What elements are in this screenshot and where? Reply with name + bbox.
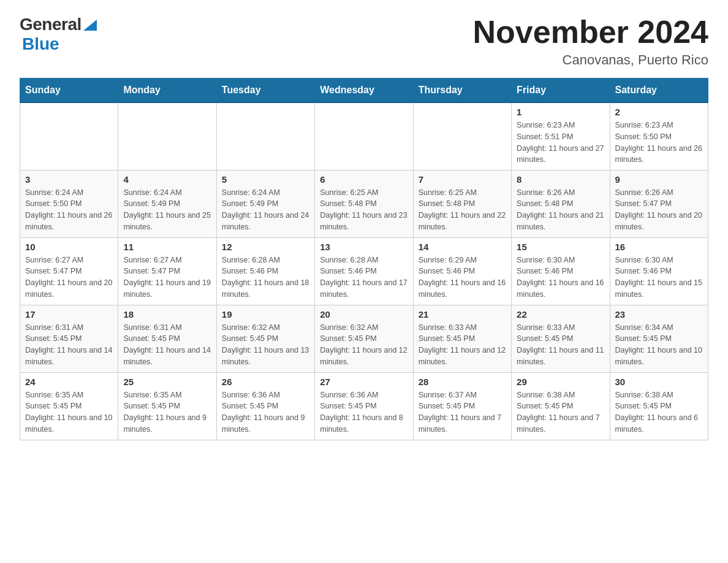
weekday-header-row: SundayMondayTuesdayWednesdayThursdayFrid… <box>20 79 708 103</box>
calendar-cell: 8Sunrise: 6:26 AMSunset: 5:48 PMDaylight… <box>512 170 610 237</box>
day-number: 20 <box>320 309 408 320</box>
day-number: 21 <box>419 309 506 320</box>
calendar-cell: 11Sunrise: 6:27 AMSunset: 5:47 PMDayligh… <box>118 237 216 305</box>
day-info: Sunrise: 6:23 AMSunset: 5:51 PMDaylight:… <box>517 120 604 166</box>
day-info: Sunrise: 6:30 AMSunset: 5:46 PMDaylight:… <box>615 255 703 301</box>
day-number: 13 <box>320 242 408 252</box>
calendar-cell: 27Sunrise: 6:36 AMSunset: 5:45 PMDayligh… <box>315 372 413 440</box>
calendar-cell <box>216 102 314 170</box>
calendar-cell <box>413 102 511 170</box>
title-area: November 2024 Canovanas, Puerto Rico <box>473 15 708 68</box>
day-info: Sunrise: 6:33 AMSunset: 5:45 PMDaylight:… <box>419 322 506 368</box>
calendar-week-row: 17Sunrise: 6:31 AMSunset: 5:45 PMDayligh… <box>20 305 708 372</box>
calendar-cell: 22Sunrise: 6:33 AMSunset: 5:45 PMDayligh… <box>512 305 610 372</box>
day-number: 26 <box>222 377 309 387</box>
calendar-cell <box>20 102 118 170</box>
calendar-cell: 26Sunrise: 6:36 AMSunset: 5:45 PMDayligh… <box>216 372 314 440</box>
day-info: Sunrise: 6:38 AMSunset: 5:45 PMDaylight:… <box>615 389 703 435</box>
day-info: Sunrise: 6:23 AMSunset: 5:50 PMDaylight:… <box>615 120 703 166</box>
day-number: 16 <box>615 242 703 252</box>
day-number: 18 <box>123 309 211 320</box>
day-number: 3 <box>25 174 113 185</box>
calendar-cell: 23Sunrise: 6:34 AMSunset: 5:45 PMDayligh… <box>610 305 708 372</box>
day-number: 8 <box>517 174 604 185</box>
calendar-cell: 21Sunrise: 6:33 AMSunset: 5:45 PMDayligh… <box>413 305 511 372</box>
calendar-cell: 29Sunrise: 6:38 AMSunset: 5:45 PMDayligh… <box>512 372 610 440</box>
day-info: Sunrise: 6:36 AMSunset: 5:45 PMDaylight:… <box>320 389 408 435</box>
calendar-cell: 6Sunrise: 6:25 AMSunset: 5:48 PMDaylight… <box>315 170 413 237</box>
day-info: Sunrise: 6:31 AMSunset: 5:45 PMDaylight:… <box>25 322 113 368</box>
day-number: 28 <box>419 377 506 387</box>
logo-blue-text: Blue <box>22 34 59 53</box>
day-info: Sunrise: 6:36 AMSunset: 5:45 PMDaylight:… <box>222 389 309 435</box>
calendar-cell: 4Sunrise: 6:24 AMSunset: 5:49 PMDaylight… <box>118 170 216 237</box>
weekday-header-sunday: Sunday <box>20 79 118 103</box>
day-number: 10 <box>25 242 113 252</box>
day-number: 6 <box>320 174 408 185</box>
weekday-header-friday: Friday <box>512 79 610 103</box>
calendar-subtitle: Canovanas, Puerto Rico <box>473 52 708 68</box>
calendar-header: SundayMondayTuesdayWednesdayThursdayFrid… <box>20 79 708 103</box>
logo-general-text: General <box>20 15 82 34</box>
calendar-table: SundayMondayTuesdayWednesdayThursdayFrid… <box>20 78 708 440</box>
calendar-cell <box>118 102 216 170</box>
day-info: Sunrise: 6:27 AMSunset: 5:47 PMDaylight:… <box>123 255 211 301</box>
day-number: 29 <box>517 377 604 387</box>
day-number: 2 <box>615 107 703 117</box>
calendar-cell: 20Sunrise: 6:32 AMSunset: 5:45 PMDayligh… <box>315 305 413 372</box>
day-number: 15 <box>517 242 604 252</box>
calendar-cell: 16Sunrise: 6:30 AMSunset: 5:46 PMDayligh… <box>610 237 708 305</box>
calendar-cell: 10Sunrise: 6:27 AMSunset: 5:47 PMDayligh… <box>20 237 118 305</box>
weekday-header-thursday: Thursday <box>413 79 511 103</box>
day-info: Sunrise: 6:31 AMSunset: 5:45 PMDaylight:… <box>123 322 211 368</box>
weekday-header-wednesday: Wednesday <box>315 79 413 103</box>
calendar-week-row: 10Sunrise: 6:27 AMSunset: 5:47 PMDayligh… <box>20 237 708 305</box>
weekday-header-saturday: Saturday <box>610 79 708 103</box>
calendar-cell: 28Sunrise: 6:37 AMSunset: 5:45 PMDayligh… <box>413 372 511 440</box>
calendar-cell: 7Sunrise: 6:25 AMSunset: 5:48 PMDaylight… <box>413 170 511 237</box>
day-number: 7 <box>419 174 506 185</box>
header: General Blue November 2024 Canovanas, Pu… <box>20 15 708 68</box>
calendar-cell: 30Sunrise: 6:38 AMSunset: 5:45 PMDayligh… <box>610 372 708 440</box>
day-info: Sunrise: 6:35 AMSunset: 5:45 PMDaylight:… <box>123 389 211 435</box>
weekday-header-monday: Monday <box>118 79 216 103</box>
calendar-title: November 2024 <box>473 15 708 50</box>
day-info: Sunrise: 6:24 AMSunset: 5:49 PMDaylight:… <box>123 187 211 233</box>
calendar-cell: 13Sunrise: 6:28 AMSunset: 5:46 PMDayligh… <box>315 237 413 305</box>
calendar-cell: 2Sunrise: 6:23 AMSunset: 5:50 PMDaylight… <box>610 102 708 170</box>
calendar-week-row: 1Sunrise: 6:23 AMSunset: 5:51 PMDaylight… <box>20 102 708 170</box>
day-info: Sunrise: 6:34 AMSunset: 5:45 PMDaylight:… <box>615 322 703 368</box>
day-number: 11 <box>123 242 211 252</box>
day-number: 9 <box>615 174 703 185</box>
day-info: Sunrise: 6:24 AMSunset: 5:49 PMDaylight:… <box>222 187 309 233</box>
calendar-week-row: 3Sunrise: 6:24 AMSunset: 5:50 PMDaylight… <box>20 170 708 237</box>
calendar-cell: 18Sunrise: 6:31 AMSunset: 5:45 PMDayligh… <box>118 305 216 372</box>
day-info: Sunrise: 6:28 AMSunset: 5:46 PMDaylight:… <box>320 255 408 301</box>
calendar-cell: 12Sunrise: 6:28 AMSunset: 5:46 PMDayligh… <box>216 237 314 305</box>
day-info: Sunrise: 6:32 AMSunset: 5:45 PMDaylight:… <box>320 322 408 368</box>
logo: General Blue <box>20 15 97 54</box>
day-info: Sunrise: 6:26 AMSunset: 5:47 PMDaylight:… <box>615 187 703 233</box>
day-number: 19 <box>222 309 309 320</box>
calendar-cell <box>315 102 413 170</box>
calendar-cell: 9Sunrise: 6:26 AMSunset: 5:47 PMDaylight… <box>610 170 708 237</box>
day-number: 25 <box>123 377 211 387</box>
day-number: 12 <box>222 242 309 252</box>
logo-triangle-icon <box>83 20 97 31</box>
day-number: 5 <box>222 174 309 185</box>
calendar-cell: 1Sunrise: 6:23 AMSunset: 5:51 PMDaylight… <box>512 102 610 170</box>
calendar-cell: 14Sunrise: 6:29 AMSunset: 5:46 PMDayligh… <box>413 237 511 305</box>
day-number: 23 <box>615 309 703 320</box>
calendar-week-row: 24Sunrise: 6:35 AMSunset: 5:45 PMDayligh… <box>20 372 708 440</box>
day-info: Sunrise: 6:25 AMSunset: 5:48 PMDaylight:… <box>320 187 408 233</box>
day-info: Sunrise: 6:24 AMSunset: 5:50 PMDaylight:… <box>25 187 113 233</box>
day-number: 24 <box>25 377 113 387</box>
day-info: Sunrise: 6:30 AMSunset: 5:46 PMDaylight:… <box>517 255 604 301</box>
day-info: Sunrise: 6:32 AMSunset: 5:45 PMDaylight:… <box>222 322 309 368</box>
day-number: 17 <box>25 309 113 320</box>
day-info: Sunrise: 6:25 AMSunset: 5:48 PMDaylight:… <box>419 187 506 233</box>
calendar-cell: 25Sunrise: 6:35 AMSunset: 5:45 PMDayligh… <box>118 372 216 440</box>
calendar-body: 1Sunrise: 6:23 AMSunset: 5:51 PMDaylight… <box>20 102 708 440</box>
day-number: 22 <box>517 309 604 320</box>
calendar-cell: 24Sunrise: 6:35 AMSunset: 5:45 PMDayligh… <box>20 372 118 440</box>
